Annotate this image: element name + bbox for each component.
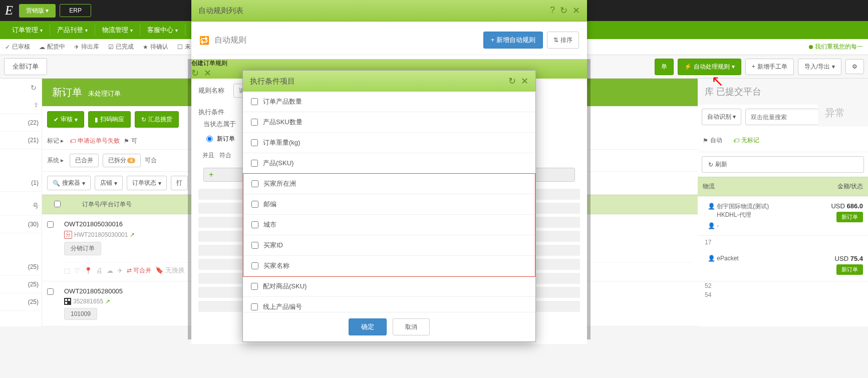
system-label: 系统 ▸ [47,156,66,165]
cond-item[interactable]: 产品SKU数量 [243,112,535,133]
can-merge[interactable]: 可合 [145,156,157,165]
can-flag[interactable]: ⚑ 可 [124,137,137,145]
cond-checkbox[interactable] [251,201,258,208]
left-count-3[interactable]: (30) [0,216,42,233]
btn-auto-rule[interactable]: ⚡ 自动处理规则 ▾ ↖ [678,59,741,75]
btn-shop[interactable]: 店铺 ▾ [95,176,123,190]
dist-order-btn[interactable]: 分销订单 [64,242,101,255]
erp-pill[interactable]: ERP [60,4,91,17]
plane-icon: ✈ [117,267,123,274]
cond-item[interactable]: 买家所在洲 [243,174,535,194]
cond-item[interactable]: 订单产品数量 [243,92,535,112]
auto-flag[interactable]: ⚑ 自动 [703,133,722,148]
refresh-icon[interactable]: ↻ [191,68,199,79]
mergeable-label[interactable]: ⇄ 可合并 [127,266,151,275]
dialog3-footer: 确定 取消 [243,312,535,341]
btn-unknown-green[interactable]: 单 [655,59,674,75]
highlighted-group: 买家所在洲 邮编 城市 买家ID 买家名称 [243,173,535,277]
close-icon[interactable]: ✕ [521,76,528,87]
cond-item[interactable]: 买家名称 [243,256,535,276]
version-pill[interactable]: 营销版 ▾ [19,4,56,18]
rule-name-label: 规则名称 [198,86,228,95]
btn-ok[interactable]: 确定 [349,318,387,335]
btn-import-export[interactable]: 导入/导出 ▾ [798,59,841,75]
close-icon[interactable]: ✕ [572,5,580,16]
external-link-icon[interactable]: ↗ [105,298,110,305]
cond-item[interactable]: 线上产品编号 [243,297,535,312]
btn-print[interactable]: 打 [171,176,188,190]
cond-item[interactable]: 邮编 [243,194,535,215]
status-message: 我们重视您的每一 [809,43,863,51]
refresh-icon[interactable]: ↻ [508,76,516,87]
external-link-icon[interactable]: ↗ [130,231,135,238]
row-checkbox[interactable] [47,288,54,295]
cond-checkbox[interactable] [251,180,258,187]
status-reviewed[interactable]: ✓ 已审核 [5,43,30,51]
status-pending[interactable]: ★ 待确认 [143,43,168,51]
cond-item[interactable]: 配对商品(SKU) [243,276,535,297]
cond-item[interactable]: 城市 [243,215,535,235]
cond-checkbox[interactable] [251,221,258,228]
nav-service[interactable]: 客服中心▾ [140,21,185,39]
btn-sort[interactable]: ⇅ 排序 [547,32,579,49]
btn-review[interactable]: ✔ 审核 ▾ [47,111,84,128]
btn-order-status[interactable]: 订单状态 ▾ [127,176,167,190]
cond-item[interactable]: 产品(SKU) [243,153,535,174]
status-distributing[interactable]: ☁ 配货中 [39,43,65,51]
cond-checkbox[interactable] [251,262,258,269]
left-count-1[interactable]: (21) [0,132,42,149]
cond-checkbox[interactable] [251,242,258,249]
refresh-icon[interactable]: ↻ [560,5,567,16]
right-table-header: 物流 金额/状态 [698,177,868,196]
cond-checkbox[interactable] [251,160,258,167]
cond-item[interactable]: 买家ID [243,235,535,256]
cond-item[interactable]: 订单重量(kg) [243,133,535,153]
select-all[interactable] [54,201,61,207]
status-done[interactable]: ☑ 已完成 [108,43,134,51]
btn-search[interactable]: 🔍 搜索器 ▾ [47,176,91,190]
btn-add-auto-rule[interactable]: + 新增自动规则 [483,32,543,49]
nav-logistics[interactable]: 物流管理▾ [95,21,140,39]
status-waiting-out[interactable]: ✈ 待出库 [74,43,99,51]
split-chip[interactable]: 已拆分4 [103,154,141,167]
th-logistics: 物流 [703,182,809,191]
left-count-5[interactable]: (25) [0,276,42,293]
org-icon[interactable]: ⇪ [0,97,42,114]
heart-icon: ♡ [74,267,80,274]
btn-refresh[interactable]: ↻ 刷新 [702,156,864,173]
help-icon[interactable]: ? [550,5,555,16]
cond-checkbox[interactable] [251,139,258,146]
close-icon[interactable]: ✕ [204,68,211,79]
money-icon: ⬚ [64,267,70,274]
btn-new-manual[interactable]: + 新增手工单 [745,59,794,75]
row-checkbox[interactable] [47,221,54,228]
btn-gear[interactable]: ⚙ [845,59,864,74]
cond-checkbox[interactable] [251,98,258,105]
tab-all-orders[interactable]: 全部订单 [4,58,47,75]
auto-recognize-select[interactable]: 自动识别 ▾ [702,109,741,125]
btn-cancel[interactable]: 取消 [393,318,430,335]
condition-list[interactable]: 订单产品数量 产品SKU数量 订单重量(kg) 产品(SKU) 买家所在洲 邮编… [243,92,535,312]
left-count-2[interactable]: (1) [0,174,42,192]
logo: E [5,3,13,18]
refresh-icon[interactable]: ↻ [0,79,42,97]
condition-items-dialog: 执行条件项目 ↻ ✕ 订单产品数量 产品SKU数量 订单重量(kg) 产品(SK… [242,70,536,342]
left-count-4[interactable]: (25) [0,258,42,276]
btn-summary[interactable]: ↻ 汇总挑货 [135,111,179,128]
no-swap-label: 🔖 无挽换 [155,266,185,275]
nav-order-mgmt[interactable]: 订单管理▾ [5,21,50,39]
cond-checkbox[interactable] [251,303,258,310]
cond-checkbox[interactable] [251,119,258,126]
abnormal-head: 异常 [818,99,868,127]
left-count-0[interactable]: (22) [0,114,42,132]
no-tag[interactable]: 🏷 无标记 [728,133,764,148]
merged-chip[interactable]: 已合并 [70,154,99,167]
apply-tracking-fail[interactable]: 🏷 申请运单号失败 [70,137,120,145]
btn-scan[interactable]: ▮ 扫码响应 [88,111,131,128]
cond-checkbox[interactable] [251,283,258,290]
radio-new-order-label: 新订单 [217,135,235,143]
extra-id: 101009 [64,308,97,320]
radio-new-order[interactable] [206,136,213,142]
nav-product[interactable]: 产品刊登▾ [50,21,95,39]
left-count-6[interactable]: (25) [0,293,42,311]
